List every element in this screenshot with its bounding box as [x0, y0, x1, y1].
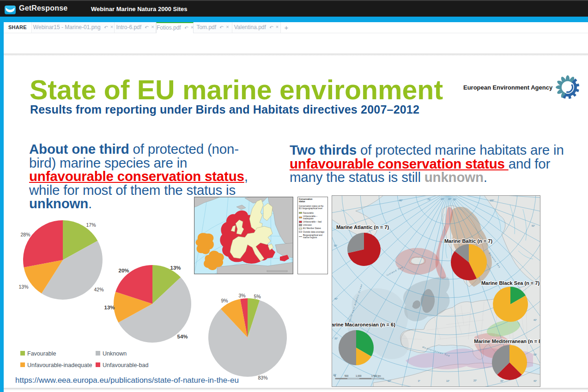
- svg-text:20%: 20%: [118, 268, 129, 273]
- svg-text:Marine Black Sea (n = 7): Marine Black Sea (n = 7): [481, 280, 540, 286]
- svg-text:Marine Macaronesian (n = 6): Marine Macaronesian (n = 6): [332, 322, 395, 327]
- svg-text:Marine Atlantic (n = 7): Marine Atlantic (n = 7): [336, 224, 389, 230]
- svg-text:0°: 0°: [418, 380, 420, 382]
- svg-text:54%: 54%: [177, 334, 188, 339]
- svg-text:-80°: -80°: [399, 199, 403, 202]
- svg-text:5%: 5%: [254, 294, 261, 299]
- svg-text:40°: 40°: [533, 319, 537, 321]
- svg-text:0: 0: [334, 374, 336, 377]
- svg-text:30°: 30°: [500, 380, 503, 382]
- svg-text:500: 500: [345, 374, 349, 377]
- svg-text:Marine Baltic (n = 7): Marine Baltic (n = 7): [444, 238, 493, 244]
- svg-text:20°: 20°: [473, 380, 477, 382]
- svg-text:9%: 9%: [221, 298, 228, 303]
- svg-text:50°: 50°: [334, 245, 337, 247]
- svg-text:-10°: -10°: [387, 380, 391, 382]
- svg-text:50°: 50°: [533, 354, 537, 356]
- svg-text:28%: 28%: [20, 232, 30, 237]
- svg-text:90°: 90°: [453, 199, 456, 201]
- svg-text:Marine Mediterranean (n = 8): Marine Mediterranean (n = 8): [474, 338, 540, 344]
- svg-text:42%: 42%: [94, 287, 103, 292]
- svg-text:40°: 40°: [533, 380, 537, 382]
- svg-text:-70°: -70°: [427, 199, 431, 201]
- svg-text:1 500 km: 1 500 km: [371, 374, 381, 377]
- svg-text:13%: 13%: [18, 284, 28, 289]
- svg-text:13%: 13%: [104, 305, 115, 310]
- svg-text:1,000: 1,000: [356, 374, 362, 377]
- svg-text:83%: 83%: [258, 375, 267, 380]
- svg-text:60°: 60°: [532, 225, 535, 227]
- svg-text:30°: 30°: [334, 338, 338, 340]
- svg-text:20°: 20°: [448, 198, 451, 200]
- svg-text:13%: 13%: [170, 265, 181, 271]
- svg-text:40°: 40°: [334, 298, 338, 300]
- svg-text:3%: 3%: [238, 293, 245, 298]
- svg-text:100°: 100°: [490, 199, 494, 202]
- svg-text:10°: 10°: [446, 380, 449, 382]
- svg-text:17%: 17%: [86, 222, 96, 228]
- svg-text:-20°: -20°: [440, 198, 444, 200]
